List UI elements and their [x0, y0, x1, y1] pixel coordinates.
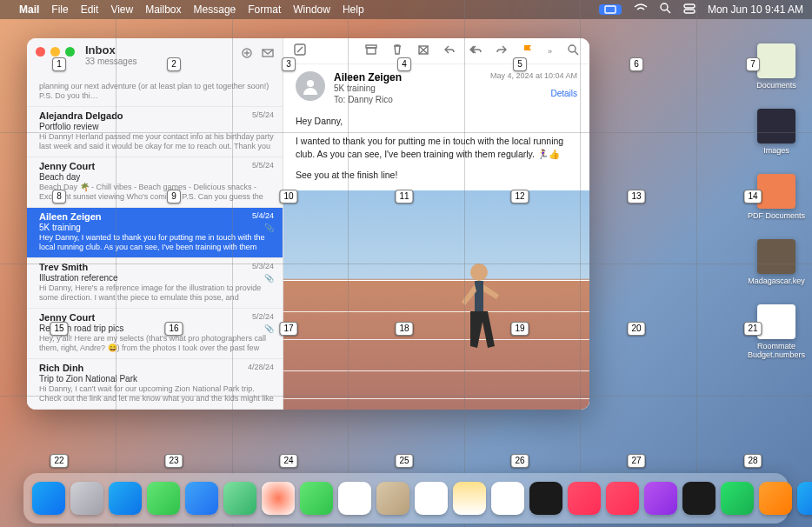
msg-from: Alejandra Delgado: [39, 110, 274, 121]
dock-finder[interactable]: [32, 482, 65, 515]
spotlight-icon[interactable]: [660, 3, 671, 17]
message-row[interactable]: Jenny Court5/2/24📎Reunion road trip pics…: [27, 309, 283, 359]
control-center-icon[interactable]: [683, 3, 696, 17]
desktop-item[interactable]: Documents: [746, 43, 807, 90]
dock-stocks[interactable]: [682, 482, 715, 515]
forward-icon[interactable]: [496, 43, 508, 59]
dock-facetime[interactable]: [300, 482, 333, 515]
from-name: Aileen Zeigen: [334, 71, 402, 83]
reader-date: May 4, 2024 at 10:04 AM: [490, 71, 577, 80]
reply-icon[interactable]: [443, 43, 456, 59]
attachment-image[interactable]: [283, 190, 589, 410]
dock-tv[interactable]: [529, 482, 562, 515]
menubar: Mail File Edit View Mailbox Message Form…: [0, 0, 812, 19]
compose-icon[interactable]: [294, 43, 306, 59]
message-row[interactable]: planning our next adventure (or at least…: [27, 77, 283, 107]
attachment-icon: 📎: [264, 223, 274, 232]
msg-subject: Trip to Zion National Park: [39, 374, 274, 384]
svg-point-1: [661, 3, 668, 10]
minimize-button[interactable]: [50, 47, 60, 57]
desktop-item[interactable]: Images: [746, 109, 807, 155]
msg-date: 5/5/24: [252, 161, 274, 170]
msg-preview: Hey Danny, I wanted to thank you for put…: [39, 233, 274, 252]
mail-window: Inbox 33 messages planning our next adve…: [27, 38, 589, 410]
dock-news[interactable]: [606, 482, 639, 515]
menu-file[interactable]: File: [51, 3, 68, 16]
msg-from: Jenny Court: [39, 161, 274, 171]
dock-podcasts[interactable]: [644, 482, 677, 515]
search-icon[interactable]: [567, 43, 579, 59]
desktop-item[interactable]: Madagascar.key: [746, 239, 807, 285]
dock-contacts[interactable]: [376, 482, 409, 515]
wifi-icon[interactable]: [634, 3, 648, 17]
dock-keynote[interactable]: [759, 482, 792, 515]
msg-preview: Hi Danny, I can't wait for our upcoming …: [39, 384, 274, 404]
avatar: [296, 71, 325, 101]
svg-rect-2: [684, 4, 695, 8]
dock-music[interactable]: [568, 482, 601, 515]
dock-messages[interactable]: [147, 482, 180, 515]
msg-subject: Beach day: [39, 172, 274, 182]
to-label: To:: [334, 95, 345, 104]
flag-icon[interactable]: [522, 43, 534, 59]
dock-safari[interactable]: [109, 482, 142, 515]
svg-point-12: [470, 264, 488, 281]
filter-icon[interactable]: [241, 47, 253, 63]
message-row[interactable]: Rich Dinh4/28/24Trip to Zion National Pa…: [27, 359, 283, 410]
screen-mirror-icon[interactable]: [599, 4, 622, 15]
msg-preview: planning our next adventure (or at least…: [39, 82, 274, 101]
message-row[interactable]: Jenny Court5/5/24Beach dayBeach Day 🌴 - …: [27, 157, 283, 208]
desktop-item-label: PDF Documents: [748, 211, 805, 220]
grid-number: 28: [743, 454, 762, 468]
menu-message[interactable]: Message: [194, 3, 236, 16]
message-row[interactable]: Alejandra Delgado5/5/24Portfolio reviewH…: [27, 107, 283, 157]
message-row[interactable]: Aileen Zeigen5/4/24📎5K trainingHey Danny…: [27, 208, 283, 258]
menu-view[interactable]: View: [110, 3, 133, 16]
folder-icon: [757, 43, 795, 78]
menu-window[interactable]: Window: [293, 3, 330, 16]
reply-all-icon[interactable]: [469, 43, 482, 59]
dock-calendar[interactable]: [338, 482, 371, 515]
desktop-item[interactable]: Roommate Budget.numbers: [746, 304, 807, 359]
message-body: Hey Danny, I wanted to thank you for put…: [283, 111, 589, 182]
dock-maps[interactable]: [223, 482, 256, 515]
body-paragraph: I wanted to thank you for putting me in …: [296, 135, 577, 161]
attachment-icon: 📎: [264, 324, 274, 333]
msg-from: Aileen Zeigen: [39, 211, 274, 222]
more-icon[interactable]: »: [548, 47, 553, 56]
zoom-button[interactable]: [65, 47, 75, 57]
message-list[interactable]: planning our next adventure (or at least…: [27, 77, 283, 410]
dock-notes[interactable]: [453, 482, 486, 515]
details-link[interactable]: Details: [490, 89, 577, 98]
dock-photos[interactable]: [262, 482, 295, 515]
dock: [23, 473, 789, 524]
body-paragraph: See you at the finish line!: [296, 169, 577, 182]
envelope-icon[interactable]: [262, 47, 274, 63]
desktop-item-label: Documents: [756, 81, 796, 90]
menu-edit[interactable]: Edit: [81, 3, 99, 16]
msg-preview: Hi Danny! Herland passed me your contact…: [39, 132, 274, 151]
menu-help[interactable]: Help: [343, 3, 364, 16]
desktop-icons: DocumentsImagesPDF DocumentsMadagascar.k…: [746, 43, 807, 359]
dock-launchpad[interactable]: [70, 482, 103, 515]
message-row[interactable]: Trev Smith5/3/24📎Illustration referenceH…: [27, 258, 283, 309]
dock-reminders[interactable]: [415, 482, 448, 515]
dock-freeform[interactable]: [491, 482, 524, 515]
clock[interactable]: Mon Jun 10 9:41 AM: [708, 3, 803, 16]
dock-mail[interactable]: [185, 482, 218, 515]
msg-subject: Reunion road trip pics: [39, 324, 274, 333]
msg-from: Trev Smith: [39, 262, 274, 272]
menu-mailbox[interactable]: Mailbox: [145, 3, 181, 16]
desktop-item-label: Madagascar.key: [748, 277, 805, 285]
dock-appstore[interactable]: [797, 482, 812, 515]
dock-numbers[interactable]: [721, 482, 754, 515]
menu-format[interactable]: Format: [248, 3, 281, 16]
trash-icon[interactable]: [391, 43, 403, 59]
msg-date: 5/2/24: [252, 312, 274, 321]
grid-number: 26: [510, 454, 529, 468]
desktop-item[interactable]: PDF Documents: [746, 174, 807, 220]
junk-icon[interactable]: [417, 43, 429, 59]
close-button[interactable]: [36, 47, 45, 57]
app-menu[interactable]: Mail: [19, 3, 39, 16]
archive-icon[interactable]: [365, 43, 377, 59]
